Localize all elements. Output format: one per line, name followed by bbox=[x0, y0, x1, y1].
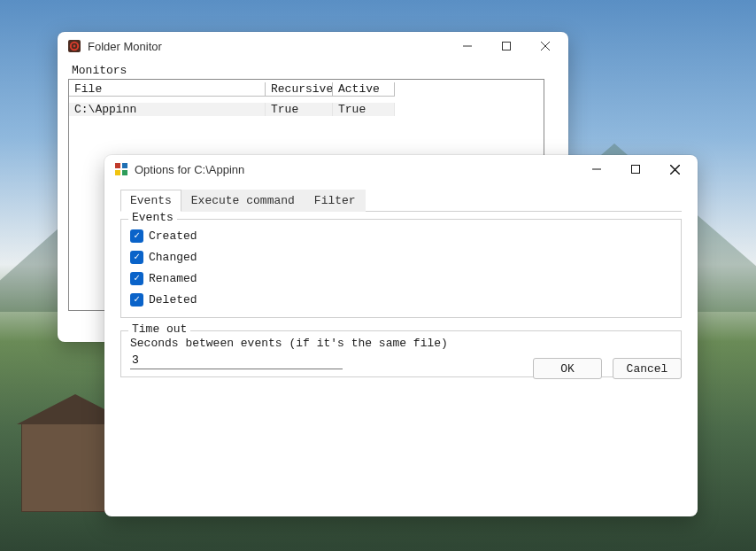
maximize-button[interactable] bbox=[487, 34, 526, 58]
tab-strip: Events Execute command Filter bbox=[120, 189, 682, 212]
tab-events[interactable]: Events bbox=[120, 190, 181, 212]
minimize-button[interactable] bbox=[448, 34, 487, 58]
minimize-button[interactable] bbox=[577, 157, 616, 182]
svg-rect-5 bbox=[122, 163, 127, 168]
svg-rect-3 bbox=[503, 43, 511, 50]
svg-rect-7 bbox=[122, 170, 127, 175]
timeout-hint: Seconds between events (if it's the same… bbox=[130, 337, 672, 350]
app-icon bbox=[113, 161, 129, 177]
checkbox-row: Created bbox=[130, 225, 672, 246]
cell-file: C:\Appinn bbox=[69, 103, 266, 116]
table-header: File Recursive Active bbox=[69, 80, 544, 99]
checkbox-label: Renamed bbox=[149, 272, 197, 285]
checkbox-row: Deleted bbox=[130, 289, 672, 310]
checkbox-label: Deleted bbox=[149, 293, 197, 307]
monitors-label: Monitors bbox=[72, 64, 558, 77]
window-title: Folder Monitor bbox=[88, 40, 162, 53]
cancel-button[interactable]: Cancel bbox=[613, 358, 682, 379]
window-title: Options for C:\Appinn bbox=[135, 163, 244, 176]
close-button[interactable] bbox=[655, 157, 694, 182]
svg-point-2 bbox=[73, 45, 76, 48]
col-recursive[interactable]: Recursive bbox=[266, 82, 333, 97]
col-file[interactable]: File bbox=[69, 82, 266, 97]
svg-rect-6 bbox=[115, 170, 120, 175]
ok-button[interactable]: OK bbox=[533, 358, 602, 379]
svg-rect-8 bbox=[632, 166, 640, 174]
checkbox-label: Changed bbox=[149, 251, 197, 264]
col-active[interactable]: Active bbox=[333, 82, 395, 97]
timeout-legend: Time out bbox=[128, 322, 190, 336]
tab-execute-command[interactable]: Execute command bbox=[181, 190, 305, 212]
checkbox-deleted[interactable] bbox=[130, 293, 143, 307]
checkbox-renamed[interactable] bbox=[130, 272, 143, 285]
app-icon bbox=[66, 38, 82, 54]
close-button[interactable] bbox=[526, 34, 565, 58]
svg-rect-4 bbox=[115, 163, 120, 168]
checkbox-row: Changed bbox=[130, 246, 672, 268]
timeout-input[interactable] bbox=[130, 352, 343, 369]
maximize-button[interactable] bbox=[616, 157, 655, 182]
options-window: Options for C:\Appinn Events Execute com… bbox=[104, 155, 698, 516]
titlebar[interactable]: Options for C:\Appinn bbox=[104, 155, 698, 183]
dialog-button-row: OK Cancel bbox=[533, 358, 682, 379]
tab-filter[interactable]: Filter bbox=[305, 190, 366, 212]
checkbox-changed[interactable] bbox=[130, 251, 143, 264]
checkbox-created[interactable] bbox=[130, 229, 143, 243]
events-group: Events Created Changed Renamed Deleted bbox=[120, 219, 682, 318]
table-row[interactable]: C:\Appinn True True bbox=[69, 99, 544, 119]
checkbox-row: Renamed bbox=[130, 268, 672, 289]
desktop-background: Folder Monitor Monitors File Recursive A… bbox=[0, 0, 756, 551]
titlebar[interactable]: Folder Monitor bbox=[58, 32, 568, 60]
checkbox-label: Created bbox=[149, 229, 197, 243]
events-legend: Events bbox=[128, 211, 177, 224]
cell-active: True bbox=[333, 103, 395, 116]
cell-recursive: True bbox=[266, 103, 333, 116]
